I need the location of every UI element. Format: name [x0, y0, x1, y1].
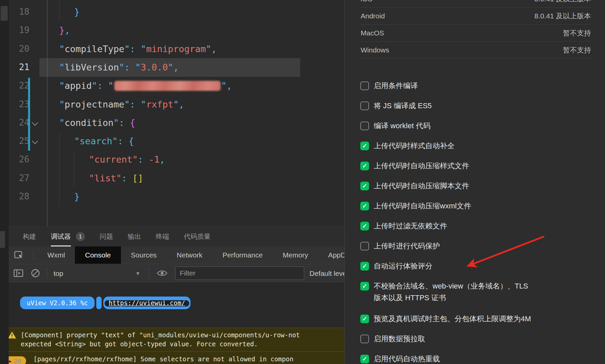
- inspect-element-icon[interactable]: [13, 250, 24, 260]
- checkbox[interactable]: ✓: [360, 182, 369, 190]
- checkbox[interactable]: ✓: [360, 282, 369, 291]
- scrollbar-thumb[interactable]: [0, 231, 5, 248]
- code-token: ": [59, 62, 65, 72]
- code-token: :: [138, 154, 149, 165]
- context-selector[interactable]: top: [53, 264, 63, 283]
- code-text: }: [0, 3, 344, 21]
- console-warning-message[interactable]: [Component] property "text" of "uni_modu…: [0, 328, 344, 352]
- checkbox[interactable]: [360, 122, 369, 130]
- support-table-row: MacOS暂不支持: [361, 25, 591, 42]
- code-line[interactable]: 19},: [0, 21, 344, 39]
- toolbar-divider: [47, 268, 47, 278]
- scrollbar-thumb[interactable]: [1, 6, 8, 21]
- code-line[interactable]: 22"appid": "",: [0, 76, 344, 95]
- devtools-tab-console[interactable]: Console: [75, 246, 121, 264]
- code-token: :: [118, 136, 129, 146]
- code-token: current: [94, 154, 132, 165]
- clear-console-icon[interactable]: [31, 268, 40, 278]
- option-label: 启用数据预拉取: [374, 335, 425, 343]
- option-label: 上传时过滤无依赖文件: [374, 222, 447, 230]
- checkbox[interactable]: ✓: [360, 222, 369, 230]
- code-token: rxfpt: [146, 99, 173, 110]
- checkbox[interactable]: [360, 242, 369, 250]
- code-token: ": [59, 99, 65, 110]
- bottom-tab-构建[interactable]: 构建: [23, 227, 36, 246]
- devtools-tab-wxml[interactable]: Wxml: [37, 246, 75, 264]
- code-token: ": [89, 173, 94, 183]
- checkbox[interactable]: [360, 81, 369, 90]
- bottom-tab-输出[interactable]: 输出: [128, 227, 141, 246]
- eye-icon[interactable]: [156, 269, 168, 277]
- chevron-down-icon[interactable]: ▼: [135, 264, 140, 283]
- checkbox[interactable]: [360, 102, 369, 110]
- code-token: :: [97, 80, 108, 91]
- code-token: ": [114, 118, 119, 128]
- code-line[interactable]: 26"current": -1,: [0, 150, 344, 169]
- code-text: "search": {: [0, 132, 344, 150]
- code-token: }: [59, 25, 65, 35]
- code-line[interactable]: 27"list": []: [0, 169, 344, 187]
- support-table-row: iOS8.0.41 及以上版本: [361, 0, 591, 8]
- devtools-tab-network[interactable]: Network: [167, 246, 213, 264]
- code-editor[interactable]: 18}19},20"compileType": "miniprogram",21…: [0, 0, 344, 226]
- wechat-devtools-window: 18}19},20"compileType": "miniprogram",21…: [0, 0, 605, 364]
- bottom-tab-问题[interactable]: 问题: [100, 227, 113, 246]
- checkbox[interactable]: ✓: [360, 162, 369, 170]
- code-token: miniprogram: [146, 44, 206, 54]
- devtools-tab-memory[interactable]: Memory: [273, 246, 318, 264]
- checkbox[interactable]: ✓: [360, 202, 369, 210]
- code-token: ": [92, 80, 97, 91]
- bottom-tab-label: 问题: [100, 227, 113, 246]
- code-token: :: [122, 173, 133, 183]
- code-token: {: [129, 136, 134, 146]
- checkbox[interactable]: ✓: [360, 355, 369, 363]
- console-warning-message[interactable]: ▶20[pages/rxf/rxfhome/rxfhome] Some sele…: [0, 352, 344, 364]
- code-token: projectname: [65, 99, 124, 110]
- platform-support-value: 暂不支持: [563, 28, 591, 38]
- code-token: ,: [173, 62, 178, 72]
- checkbox[interactable]: [360, 335, 369, 343]
- devtools-tab-performance[interactable]: Performance: [213, 246, 273, 264]
- checkbox[interactable]: ✓: [360, 142, 369, 150]
- code-line[interactable]: 20"compileType": "miniprogram",: [0, 40, 344, 58]
- code-token: 3.0.0: [141, 62, 168, 72]
- bottom-tab-调试器[interactable]: 调试器1: [51, 227, 85, 246]
- uview-version-badge: uView V2.0.36 %c: [20, 297, 95, 309]
- platform-support-value: 8.0.41 及以上版本: [534, 0, 591, 4]
- code-token: compileType: [65, 44, 124, 54]
- checkbox[interactable]: ✓: [360, 262, 369, 270]
- checkbox[interactable]: ✓: [360, 315, 369, 323]
- code-line[interactable]: 28}: [0, 187, 344, 206]
- code-line[interactable]: 23"projectname": "rxfpt",: [0, 95, 344, 114]
- uview-link[interactable]: https://uviewui.com/: [109, 299, 185, 307]
- toolbar-divider: [33, 250, 34, 260]
- bottom-tab-label: 构建: [23, 227, 36, 246]
- option-label: 启用代码自动热重载: [374, 355, 440, 363]
- code-token: ": [59, 80, 65, 91]
- code-text: },: [0, 21, 344, 39]
- expand-triangle-icon[interactable]: ▶: [9, 359, 12, 364]
- code-line[interactable]: 21"libVersion": "3.0.0",: [0, 58, 344, 76]
- left-edge-strip: [0, 0, 9, 364]
- project-settings-panel: iOS8.0.41 及以上版本Android8.0.41 及以上版本MacOS暂…: [344, 0, 605, 364]
- platform-support-value: 暂不支持: [563, 45, 591, 55]
- code-text: "current": -1,: [0, 150, 344, 169]
- option-label: 上传代码时自动压缩样式文件: [374, 162, 469, 170]
- code-token: ": [59, 118, 65, 128]
- log-level-selector[interactable]: Default levels: [310, 264, 344, 283]
- devtools-tabbar: WxmlConsoleSourcesNetworkPerformanceMemo…: [0, 246, 344, 264]
- code-token: ": [168, 62, 173, 72]
- bottom-tab-终端[interactable]: 终端: [156, 227, 169, 246]
- code-token: appid: [65, 80, 92, 91]
- option-label: 将 JS 编译成 ES5: [374, 102, 432, 110]
- devtools-tab-sources[interactable]: Sources: [121, 246, 167, 264]
- code-line[interactable]: 18}: [0, 3, 344, 21]
- bottom-tab-代码质量[interactable]: 代码质量: [184, 227, 211, 246]
- code-token: :: [130, 44, 141, 54]
- sidebar-toggle-icon[interactable]: [13, 269, 23, 278]
- code-line[interactable]: 24"condition": {: [0, 114, 344, 132]
- devtools-tab-appdata[interactable]: AppData: [318, 246, 344, 264]
- uview-link-badge: https://uviewui.com/: [103, 297, 191, 309]
- filter-input[interactable]: [175, 266, 304, 280]
- code-line[interactable]: 25"search": {: [0, 132, 344, 150]
